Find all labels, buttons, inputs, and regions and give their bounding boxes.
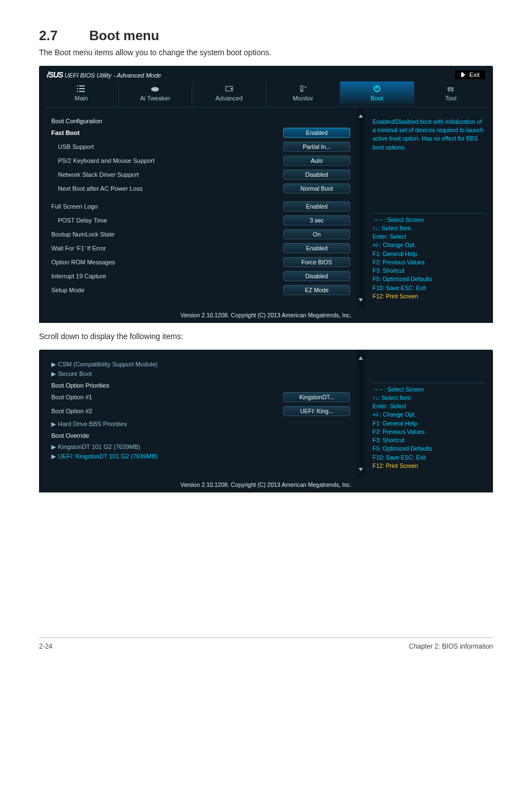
- bios-help-pane: Enabled/Disabled boot with initializatio…: [365, 108, 493, 308]
- chapter-label: Chapter 2: BIOS information: [409, 642, 493, 650]
- setting-usb-support[interactable]: USB Support: [51, 143, 272, 150]
- help-l6: F2: Previous Values: [373, 258, 485, 267]
- value-setup-mode[interactable]: EZ Mode: [283, 285, 350, 295]
- setting-next-boot[interactable]: Next Boot after AC Power Loss: [51, 185, 272, 192]
- submenu-secure-boot[interactable]: ▶Secure Boot: [51, 369, 350, 379]
- setting-ps2[interactable]: PS/2 Keyboard and Mouse Support: [51, 157, 272, 164]
- scroll-up-icon: [358, 113, 364, 119]
- value-fast-boot[interactable]: Enabled: [283, 128, 350, 138]
- tab-ai-tweaker[interactable]: Ai Tweaker: [119, 81, 193, 107]
- help-l5: F1: General Help: [373, 419, 485, 428]
- chevron-right-icon: ▶: [51, 421, 56, 427]
- value-full-screen-logo[interactable]: Enabled: [283, 201, 350, 211]
- help-l8: F5: Optimized Defaults: [373, 445, 485, 453]
- help-l10: F12: Print Screen: [373, 462, 485, 470]
- bios-settings-pane-2: ▶CSM (Compatibility Support Module) ▶Sec…: [39, 350, 357, 478]
- tab-main-label: Main: [75, 95, 88, 102]
- setting-setup-mode[interactable]: Setup Mode: [51, 287, 272, 293]
- setting-post-delay[interactable]: POST Delay Time: [51, 217, 272, 224]
- tab-advanced[interactable]: Advanced: [192, 81, 267, 107]
- value-ps2[interactable]: Auto: [283, 156, 350, 166]
- help-l10: F12: Print Screen: [373, 292, 485, 301]
- section-heading: 2.7Boot menu: [39, 28, 493, 44]
- submenu-hdd-bbs[interactable]: ▶Hard Drive BBS Priorities: [51, 419, 350, 429]
- help-l3: Enter: Select: [373, 233, 485, 241]
- help-l2: ↑↓: Select Item: [373, 394, 485, 402]
- group-boot-priorities: Boot Option Priorities: [51, 382, 350, 389]
- tab-monitor[interactable]: Monitor: [267, 81, 341, 107]
- value-boot-option-1[interactable]: KingstonDT...: [283, 392, 350, 402]
- scrollbar[interactable]: [357, 350, 365, 478]
- help-l4: +/-: Change Opt.: [373, 241, 485, 249]
- setting-numlock[interactable]: Bootup NumLock State: [51, 231, 272, 238]
- tab-main[interactable]: Main: [45, 81, 119, 107]
- setting-full-screen-logo[interactable]: Full Screen Logo: [51, 203, 272, 210]
- help-l4: +/-: Change Opt.: [373, 410, 485, 419]
- value-numlock[interactable]: On: [283, 229, 350, 239]
- list-icon: [76, 85, 86, 93]
- brand-logo: /SUS: [47, 70, 63, 79]
- scroll-down-icon: [358, 297, 364, 303]
- help-l9: F10: Save ESC: Exit: [373, 284, 485, 292]
- scroll-caption: Scroll down to display the following ite…: [39, 332, 493, 341]
- scroll-down-icon: [358, 467, 364, 472]
- tab-advanced-label: Advanced: [215, 95, 243, 102]
- submenu-csm[interactable]: ▶CSM (Compatibility Support Module): [51, 360, 350, 369]
- value-usb-support[interactable]: Partial In...: [283, 142, 350, 152]
- bios-window-main: /SUS UEFI BIOS Utility - Advanced Mode E…: [39, 66, 493, 323]
- value-next-boot[interactable]: Normal Boot: [283, 183, 350, 194]
- page-footer: 2-24 Chapter 2: BIOS information: [39, 637, 493, 650]
- help-l3: Enter: Select: [373, 402, 485, 410]
- help-l7: F3: Shortcut: [373, 436, 485, 445]
- cloud-icon: [150, 85, 160, 93]
- value-int19[interactable]: Disabled: [283, 271, 350, 281]
- svg-point-3: [230, 88, 232, 90]
- bios-window-scrolled: ▶CSM (Compatibility Support Module) ▶Sec…: [39, 350, 493, 492]
- help-keys: →←: Select Screen ↑↓: Select Item Enter:…: [373, 211, 485, 301]
- boot-override-2[interactable]: ▶UEFI: KingstonDT 101 G2 (7639MB): [51, 452, 350, 461]
- boot-override-2-label: UEFI: KingstonDT 101 G2 (7639MB): [58, 453, 158, 460]
- bios-title: UEFI BIOS Utility - Advanced Mode: [65, 72, 161, 79]
- setting-wait-f1[interactable]: Wait For 'F1' If Error: [51, 245, 272, 252]
- monitor-icon: [298, 85, 308, 93]
- submenu-hdd-bbs-label: Hard Drive BBS Priorities: [58, 421, 127, 427]
- section-intro: The Boot menu items allow you to change …: [39, 48, 493, 57]
- value-wait-f1[interactable]: Enabled: [283, 243, 350, 253]
- exit-icon: [461, 72, 466, 78]
- section-number: 2.7: [39, 28, 89, 44]
- tab-boot[interactable]: Boot: [340, 81, 414, 107]
- scroll-up-icon: [358, 355, 364, 361]
- value-boot-option-2[interactable]: UEFI: King...: [283, 406, 350, 416]
- page-number: 2-24: [39, 642, 52, 650]
- bios-brand: /SUS UEFI BIOS Utility - Advanced Mode: [47, 70, 161, 79]
- help-l8: F5: Optimized Defaults: [373, 275, 485, 283]
- svg-rect-0: [461, 73, 463, 77]
- group-boot-configuration: Boot Configuration: [51, 118, 350, 124]
- bios-help-pane-2: →←: Select Screen ↑↓: Select Item Enter:…: [365, 350, 493, 478]
- boot-override-1[interactable]: ▶KingstonDT 101 G2 (7639MB): [51, 442, 350, 452]
- scrollbar[interactable]: [357, 108, 365, 308]
- value-post-delay[interactable]: 3 sec: [283, 215, 350, 225]
- tab-tool[interactable]: Tool: [414, 81, 488, 107]
- setting-boot-option-1[interactable]: Boot Option #1: [51, 394, 272, 400]
- help-l1: →←: Select Screen: [373, 216, 485, 224]
- tab-monitor-label: Monitor: [293, 95, 313, 102]
- value-option-rom[interactable]: Force BIOS: [283, 257, 350, 267]
- setting-option-rom[interactable]: Option ROM Messages: [51, 259, 272, 265]
- tab-ai-tweaker-label: Ai Tweaker: [140, 95, 170, 102]
- submenu-secure-boot-label: Secure Boot: [58, 370, 92, 377]
- setting-network-stack[interactable]: Network Stack Driver Support: [51, 171, 272, 178]
- value-network-stack[interactable]: Disabled: [283, 170, 350, 180]
- setting-int19[interactable]: Interrupt 19 Capture: [51, 273, 272, 279]
- help-l9: F10: Save ESC: Exit: [373, 453, 485, 462]
- setting-boot-option-2[interactable]: Boot Option #2: [51, 408, 272, 414]
- setting-fast-boot[interactable]: Fast Boot: [51, 129, 272, 136]
- bios-footer-2: Version 2.10.1208. Copyright (C) 2013 Am…: [39, 478, 493, 492]
- chip-icon: [224, 85, 234, 93]
- help-l7: F3: Shortcut: [373, 267, 485, 275]
- exit-button[interactable]: Exit: [455, 70, 485, 79]
- chevron-right-icon: ▶: [51, 370, 56, 377]
- chevron-right-icon: ▶: [51, 361, 56, 368]
- bios-settings-pane: Boot Configuration Fast Boot Enabled USB…: [39, 108, 357, 308]
- help-keys-2: →←: Select Screen ↑↓: Select Item Enter:…: [373, 380, 485, 470]
